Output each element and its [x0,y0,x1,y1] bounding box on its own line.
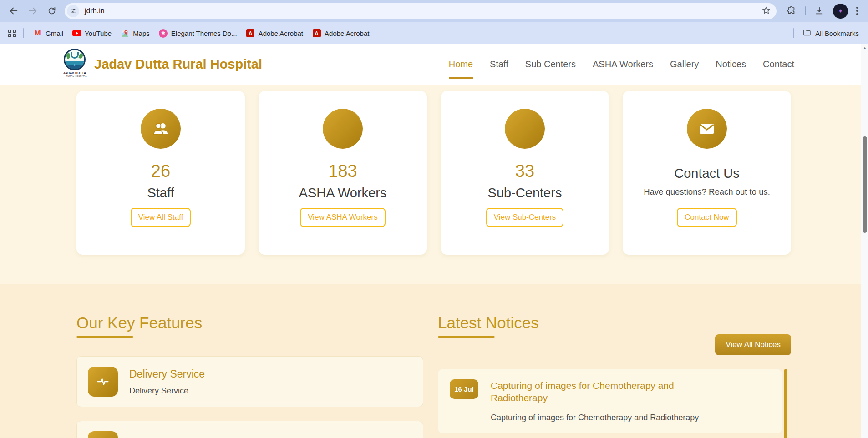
notices-column: Latest Notices View All Notices 16 Jul C… [438,314,791,438]
site-info-button[interactable] [67,5,79,17]
bookmark-item-youtube[interactable]: YouTube [69,26,115,40]
page-scrollbar-thumb[interactable] [863,136,867,233]
contact-now-button[interactable]: Contact Now [677,208,736,227]
apps-grid-icon[interactable] [6,28,18,39]
features-heading: Our Key Features [76,314,423,332]
features-column: Our Key Features Delivery Service Delive… [76,314,423,438]
bookmark-label: Adobe Acrobat [325,30,369,37]
stats-row: 26 Staff View All Staff 183 ASHA Workers… [76,91,861,255]
forward-arrow-icon [28,6,38,16]
star-icon [761,5,771,15]
scroll-up-arrow[interactable]: ▲ [861,44,868,51]
bookmark-item-acrobat-2[interactable]: A Adobe Acrobat [309,26,373,40]
bookmark-star-button[interactable] [761,5,771,17]
back-arrow-icon [9,6,19,16]
stat-card-sub-centers: 33 Sub-Centers View Sub-Centers [441,91,609,255]
staff-label: Staff [76,186,245,201]
asha-workers-icon [323,109,363,149]
folder-icon [802,28,811,38]
logo-caption-2: — RURAL HOSPITAL — [62,75,87,80]
hospital-logo-icon: + [64,49,86,70]
feature-description: Delivery Service [129,386,205,396]
webpage: + JADAV DUTTA — RURAL HOSPITAL — Jadav D… [0,44,861,438]
bookmarks-bar: M Gmail YouTube Maps ✱ Elegant Themes Do… [0,22,868,44]
notice-date-badge: 16 Jul [450,379,478,399]
nav-item-notices[interactable]: Notices [716,56,746,72]
notices-header: Latest Notices View All Notices [438,314,791,355]
notice-item[interactable]: 16 Jul Capturing of images for Chemother… [438,369,782,433]
feature-card-optometry: Optometry Service [76,421,423,438]
nav-item-sub-centers[interactable]: Sub Centers [525,56,576,72]
extensions-button[interactable] [782,2,800,20]
notice-description: Capturing of images for Chemotherapy and… [491,413,699,423]
avatar-glyph-icon: ✦ [838,8,843,15]
hospital-logo[interactable]: + JADAV DUTTA — RURAL HOSPITAL — [62,49,87,80]
bookmark-item-gmail[interactable]: M Gmail [30,26,67,40]
maps-icon [121,29,129,38]
nav-item-home[interactable]: Home [449,56,473,72]
address-bar[interactable]: jdrh.in [65,3,777,19]
feature-body: Delivery Service Delivery Service [129,368,205,396]
sub-centers-icon [505,109,545,149]
lower-section: Our Key Features Delivery Service Delive… [0,284,861,438]
nav-item-staff[interactable]: Staff [490,56,508,72]
asha-workers-count: 183 [259,161,427,181]
bookmark-label: YouTube [85,30,112,37]
nav-item-asha-workers[interactable]: ASHA Workers [593,56,653,72]
bookmark-label: Gmail [46,30,63,37]
staff-icon [141,109,181,149]
site-title: Jadav Dutta Rural Hospital [94,57,262,72]
stats-section: 26 Staff View All Staff 183 ASHA Workers… [0,85,861,284]
profile-avatar[interactable]: ✦ [833,4,848,19]
browser-menu-button[interactable] [853,5,862,17]
view-asha-workers-button[interactable]: View ASHA Workers [300,208,385,227]
bookmark-label: Adobe Acrobat [259,30,303,37]
notices-list: 16 Jul Capturing of images for Chemother… [438,369,791,438]
download-icon [814,6,824,16]
nav-item-gallery[interactable]: Gallery [670,56,699,72]
view-sub-centers-button[interactable]: View Sub-Centers [486,208,564,227]
sub-centers-label: Sub-Centers [441,186,609,201]
reload-button[interactable] [43,2,61,20]
stat-card-asha-workers: 183 ASHA Workers View ASHA Workers [259,91,427,255]
forward-button[interactable] [24,2,42,20]
all-bookmarks-label: All Bookmarks [815,30,859,37]
view-all-staff-button[interactable]: View All Staff [131,208,191,227]
all-bookmarks-button[interactable]: All Bookmarks [800,26,862,40]
feature-card-delivery: Delivery Service Delivery Service [76,356,423,407]
notice-title: Capturing of images for Chemotherapy and… [491,379,695,404]
contact-title: Contact Us [623,166,791,181]
asha-workers-label: ASHA Workers [259,186,427,201]
youtube-icon [72,29,81,38]
acrobat-icon: A [312,29,321,38]
nav-item-contact[interactable]: Contact [763,56,794,72]
optometry-icon [88,431,118,438]
downloads-button[interactable] [810,2,828,20]
elegant-themes-icon: ✱ [159,29,168,38]
back-button[interactable] [5,2,23,20]
url-text[interactable]: jdrh.in [85,7,105,15]
sub-centers-count: 33 [441,161,609,181]
bookmark-label: Maps [133,30,150,37]
browser-toolbar: jdrh.in ✦ [0,0,868,22]
bookmark-item-maps[interactable]: Maps [117,26,153,40]
page-scrollbar[interactable]: ▲ [861,44,868,438]
pulse-icon [88,367,118,397]
page-viewport: ▲ + JADAV DUTTA — RURAL HOSPITAL — Jadav… [0,44,868,438]
bookmark-item-elegant-themes[interactable]: ✱ Elegant Themes Do... [155,26,241,40]
main-nav: Home Staff Sub Centers ASHA Workers Gall… [449,56,794,72]
view-all-notices-button[interactable]: View All Notices [715,334,791,355]
staff-count: 26 [76,161,245,181]
notices-heading-block: Latest Notices [438,314,539,338]
features-heading-underline [76,336,133,338]
logo-caption-1: JADAV DUTTA [62,71,87,75]
site-header: + JADAV DUTTA — RURAL HOSPITAL — Jadav D… [0,44,861,85]
notices-heading-underline [438,336,495,338]
bookmarks-separator [23,28,24,38]
bookmark-label: Elegant Themes Do... [171,30,237,37]
contact-card: Contact Us Have questions? Reach out to … [623,91,791,255]
bookmark-item-acrobat-1[interactable]: A Adobe Acrobat [243,26,307,40]
notices-scrollbar-thumb[interactable] [784,369,787,438]
puzzle-icon [786,6,796,16]
notice-body: Capturing of images for Chemotherapy and… [491,379,699,423]
